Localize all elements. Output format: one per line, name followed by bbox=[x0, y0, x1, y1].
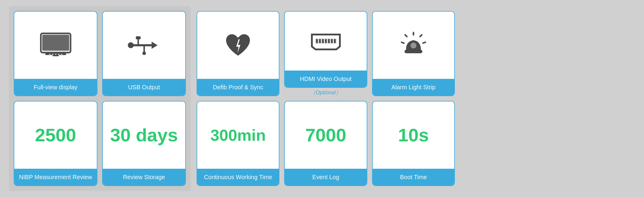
optional-text-hdmi: （Optional） bbox=[284, 88, 367, 96]
card-label-defib-proof: Defib Proof & Sync bbox=[197, 79, 279, 96]
card-nibp-review: 2500 NIBP Measurement Review bbox=[14, 101, 97, 186]
card-defib-proof: Defib Proof & Sync bbox=[197, 11, 279, 96]
card-label-continuous-working-time: Continuous Working Time bbox=[197, 169, 279, 185]
card-label-review-storage: Review Storage bbox=[103, 169, 185, 185]
card-label-full-view-display: Full-view display bbox=[14, 79, 97, 96]
card-icon-area bbox=[103, 12, 185, 79]
svg-rect-19 bbox=[316, 39, 318, 43]
card-icon-area bbox=[285, 12, 366, 71]
svg-rect-25 bbox=[334, 39, 336, 43]
svg-rect-21 bbox=[322, 39, 324, 43]
card-icon-area bbox=[197, 12, 279, 79]
svg-line-27 bbox=[420, 35, 422, 37]
svg-rect-2 bbox=[42, 35, 69, 51]
left-panel: Full-view display bbox=[9, 6, 191, 191]
card-label-nibp-review: NIBP Measurement Review bbox=[14, 169, 97, 185]
card-label-usb-output: USB Output bbox=[103, 79, 185, 96]
svg-line-28 bbox=[423, 42, 425, 43]
event-log-value: 7000 bbox=[305, 126, 346, 144]
svg-line-30 bbox=[402, 42, 404, 43]
boot-time-value: 10s bbox=[398, 126, 429, 144]
card-stat-area: 10s bbox=[373, 101, 454, 169]
card-hdmi-wrap: HDMI Video Output （Optional） bbox=[284, 11, 367, 96]
svg-rect-14 bbox=[136, 36, 141, 39]
nibp-value: 2500 bbox=[35, 126, 76, 144]
svg-marker-11 bbox=[152, 42, 158, 49]
card-full-view-display: Full-view display bbox=[14, 11, 97, 96]
card-hdmi-output: HDMI Video Output bbox=[284, 11, 367, 88]
svg-point-16 bbox=[142, 51, 146, 55]
svg-point-12 bbox=[128, 42, 134, 48]
card-event-log: 7000 Event Log bbox=[284, 101, 367, 186]
card-label-hdmi-output: HDMI Video Output bbox=[285, 71, 366, 87]
svg-rect-23 bbox=[328, 39, 330, 43]
card-review-storage: 30 days Review Storage bbox=[102, 101, 186, 186]
svg-rect-7 bbox=[55, 54, 57, 55]
card-label-alarm-light-strip: Alarm Light Strip bbox=[373, 79, 454, 96]
svg-line-29 bbox=[405, 35, 407, 37]
card-alarm-light-strip: Alarm Light Strip bbox=[372, 11, 455, 96]
svg-rect-24 bbox=[331, 39, 333, 43]
svg-rect-8 bbox=[58, 54, 60, 55]
hdmi-icon bbox=[309, 30, 342, 52]
svg-rect-22 bbox=[325, 39, 327, 43]
card-icon-area bbox=[14, 12, 97, 79]
review-storage-value: 30 days bbox=[110, 126, 178, 144]
svg-rect-9 bbox=[61, 54, 63, 55]
page-wrapper: Full-view display bbox=[0, 0, 644, 197]
card-stat-area: 2500 bbox=[14, 101, 97, 169]
svg-rect-5 bbox=[49, 54, 51, 55]
card-continuous-working-time: 300min Continuous Working Time bbox=[197, 101, 279, 186]
card-usb-output: USB Output bbox=[102, 11, 186, 96]
svg-rect-20 bbox=[319, 39, 321, 43]
alarm-light-icon bbox=[399, 32, 428, 59]
right-panel: Defib Proof & Sync bbox=[191, 6, 635, 191]
monitor-icon bbox=[39, 32, 72, 59]
card-stat-area: 300min bbox=[197, 101, 279, 169]
svg-rect-31 bbox=[405, 50, 422, 53]
card-label-event-log: Event Log bbox=[285, 169, 366, 185]
card-stat-area: 7000 bbox=[285, 101, 366, 169]
card-stat-area: 30 days bbox=[103, 101, 185, 169]
svg-point-32 bbox=[410, 43, 416, 49]
card-label-boot-time: Boot Time bbox=[373, 169, 454, 185]
svg-rect-6 bbox=[52, 54, 54, 55]
heart-bolt-icon bbox=[223, 32, 253, 59]
card-icon-area bbox=[373, 12, 454, 79]
usb-icon bbox=[126, 33, 162, 57]
card-boot-time: 10s Boot Time bbox=[372, 101, 455, 186]
continuous-working-time-value: 300min bbox=[210, 127, 266, 143]
